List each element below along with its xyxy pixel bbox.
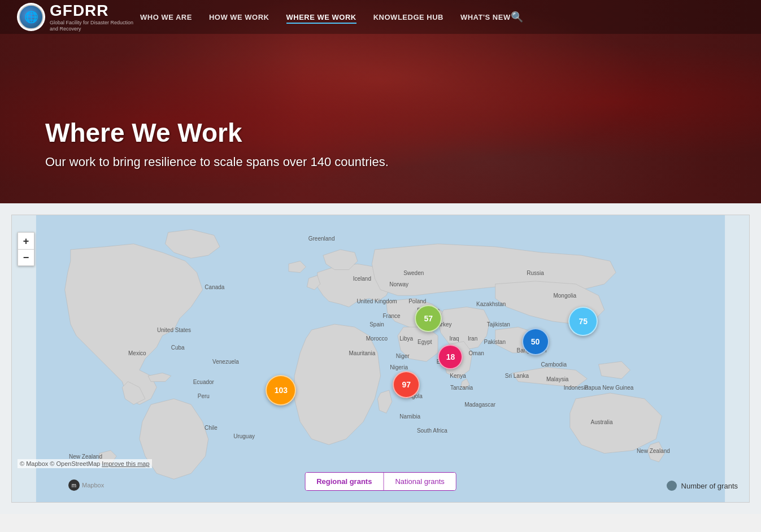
toggle-national-grants[interactable]: National grants	[384, 473, 455, 490]
navigation: 🌐 GFDRR Global Facility for Disaster Red…	[0, 0, 761, 34]
map-attribution: © Mapbox © OpenStreetMap Improve this ma…	[18, 459, 152, 468]
logo-text: GFDRR	[50, 2, 140, 20]
logo-name-block: GFDRR Global Facility for Disaster Reduc…	[50, 2, 140, 32]
legend-dot	[667, 481, 677, 491]
search-icon[interactable]: 🔍	[511, 11, 523, 23]
logo-area[interactable]: 🌐 GFDRR Global Facility for Disaster Red…	[17, 2, 140, 32]
nav-item[interactable]: WHAT'S NEW	[460, 12, 511, 22]
hero-title: Where We Work	[45, 117, 389, 148]
map-controls: + −	[18, 232, 34, 266]
nav-item[interactable]: WHO WE ARE	[140, 12, 192, 22]
hero-content: Where We Work Our work to bring resilien…	[45, 117, 389, 169]
nav-item[interactable]: KNOWLEDGE HUB	[373, 12, 443, 22]
logo-subtext: Global Facility for Disaster Reduction a…	[50, 20, 140, 32]
improve-map-link[interactable]: Improve this map	[102, 460, 149, 467]
nav-link[interactable]: WHERE WE WORK	[286, 13, 356, 24]
map-container: © Mapbox © OpenStreetMap Improve this ma…	[11, 215, 750, 503]
nav-link[interactable]: HOW WE WORK	[209, 13, 269, 21]
map-legend: Number of grants	[667, 481, 738, 491]
map-toggles: Regional grantsNational grants	[305, 472, 456, 491]
zoom-in-button[interactable]: +	[18, 232, 34, 249]
toggle-regional-grants[interactable]: Regional grants	[305, 473, 384, 490]
hero-subtitle: Our work to bring resilience to scale sp…	[45, 155, 389, 169]
nav-links: WHO WE AREHOW WE WORKWHERE WE WORKKNOWLE…	[140, 12, 511, 22]
map-section: © Mapbox © OpenStreetMap Improve this ma…	[0, 203, 761, 514]
zoom-out-button[interactable]: −	[18, 249, 34, 266]
mapbox-label: Mapbox	[82, 482, 104, 489]
header: 🌐 GFDRR Global Facility for Disaster Red…	[0, 0, 761, 203]
globe-icon: 🌐	[19, 5, 44, 29]
nav-link[interactable]: WHAT'S NEW	[460, 13, 511, 21]
nav-item[interactable]: HOW WE WORK	[209, 12, 269, 22]
nav-link[interactable]: WHO WE ARE	[140, 13, 192, 21]
nav-item[interactable]: WHERE WE WORK	[286, 12, 356, 22]
mapbox-icon: m	[68, 479, 80, 491]
legend-label: Number of grants	[681, 482, 738, 490]
logo-circle: 🌐	[17, 3, 45, 31]
mapbox-logo: m Mapbox	[68, 479, 104, 491]
nav-link[interactable]: KNOWLEDGE HUB	[373, 13, 443, 21]
